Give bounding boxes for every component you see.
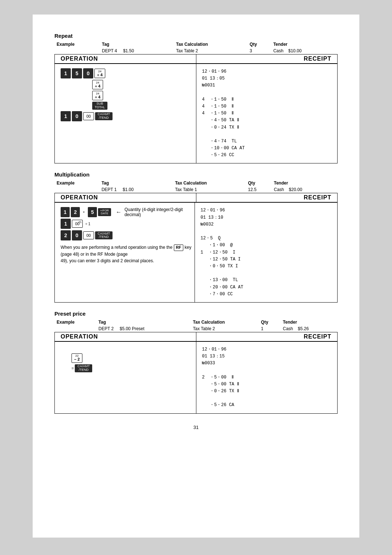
preset-col-qty: Qty (259, 319, 281, 325)
multiplication-op-receipt-box: OPERATION RECEIPT 1 2 · 5 ×/FORDATE ← Qu… (54, 193, 338, 302)
key-m2: 2 (71, 207, 80, 217)
key-subtotal: SUBTOTAL (92, 102, 107, 110)
repeat-col-tender: Tender (271, 41, 338, 48)
multiplication-operation-panel: 1 2 · 5 ×/FORDATE ← Quantity (4-digit in… (55, 203, 195, 302)
preset-operation-panel: 22 – 2 = CA/AMT/TEND (55, 342, 196, 413)
key-mdot: · (81, 207, 87, 217)
mult-col-tax: Tax Calculation (173, 180, 246, 186)
multiplication-receipt-panel: 12・01・96 01 13：10 №0032 12・5 Q ・1・00 @ 1… (195, 203, 338, 302)
mult-col-tender: Tender (272, 180, 338, 186)
mult-arrow-note: ← Quantity (4-digit integer/2-digit deci… (116, 207, 192, 217)
key-m5: 5 (88, 207, 97, 217)
key-dept4-1: 24 ÷ 4 (94, 69, 105, 78)
key-ca-amt-tend: CA/AMT/TEND (95, 112, 113, 120)
mult-note-block: When you are performing a refund operati… (61, 244, 192, 264)
mult-keys-row2: 1 00 21 ÷ 1 (61, 219, 192, 229)
mult-note2: When you are performing a refund operati… (61, 245, 165, 250)
preset-keys-row1: 22 – 2 (72, 353, 190, 363)
mult-operation-header: OPERATION (55, 193, 196, 202)
preset-col-tax: Tax Calculation (191, 319, 259, 325)
preset-keys-row2: = CA/AMT/TEND (72, 364, 190, 372)
repeat-keys-row2: 24 ÷ 4 (92, 80, 190, 89)
mult-note4: 49), you can enter 3 digits and 2 decima… (61, 258, 154, 263)
repeat-title: Repeat (54, 33, 338, 39)
key-m00: 00 21 (72, 220, 83, 228)
key-m0b: 0 (72, 230, 82, 240)
preset-receipt-content: 12・01・96 01 13：15 №0033 2 ・5・00 Ⅱ ・5・00 … (202, 346, 332, 409)
preset-op-receipt-box: OPERATION RECEIPT 22 – 2 = CA/AMT/TEND (54, 332, 338, 414)
preset-dept: DEPT 2 $5.00 Preset (96, 325, 191, 332)
mult-col-qty: Qty (246, 180, 271, 186)
key-00: 00 (83, 112, 94, 120)
multiplication-example-table: Example Tag Tax Calculation Qty Tender D… (54, 180, 338, 193)
preset-example-table: Example Tag Tax Calculation Qty Tender D… (54, 319, 338, 332)
key-m2b: 2 (61, 230, 71, 240)
mult-note1: Quantity (4-digit integer/2-digit decima… (124, 207, 192, 217)
repeat-receipt-panel: 12・01・96 01 13：05 №0031 4 ・1・50 Ⅱ 4 ・1・5… (196, 64, 338, 163)
repeat-keys-row5: 1 0 00 CA/AMT/TEND (61, 111, 190, 121)
key-dept4-2: 24 ÷ 4 (92, 80, 103, 89)
repeat-keys-row3: 24 ÷ 4 (92, 91, 190, 100)
page-number: 31 (54, 425, 338, 430)
preset-price-title: Preset price (54, 311, 338, 317)
repeat-col-qty: Qty (248, 41, 271, 48)
key-m-ca-amt-tend: CA/AMT/TEND (95, 231, 113, 239)
preset-col-tag: Tag (96, 319, 191, 325)
repeat-example-table: Example Tag Tax Calculation Qty Tender D… (54, 41, 338, 54)
key-dept4-3: 24 ÷ 4 (92, 91, 103, 100)
preset-tax: Tax Table 2 (191, 325, 259, 332)
repeat-example-label: Example (54, 41, 100, 48)
key-x-for: ×/FORDATE (98, 208, 111, 216)
mult-keys-row1: 1 2 · 5 ×/FORDATE ← Quantity (4-digit in… (61, 207, 192, 217)
repeat-keys-row1: 1 5 0 24 ÷ 4 (61, 68, 190, 78)
preset-operation-header: OPERATION (55, 332, 196, 341)
mult-qty: 12.5 (246, 186, 271, 193)
mult-keys-row3: 2 0 00 CA/AMT/TEND (61, 230, 192, 240)
repeat-qty: 3 (248, 48, 271, 54)
repeat-receipt-content: 12・01・96 01 13：05 №0031 4 ・1・50 Ⅱ 4 ・1・5… (202, 68, 332, 159)
repeat-dept: DEPT 4 $1.50 (100, 48, 174, 54)
rf-key: RF (174, 244, 184, 251)
preset-col-tender: Tender (281, 319, 338, 325)
repeat-tender: Cash $10.00 (271, 48, 338, 54)
mult-receipt-header: RECEIPT (196, 193, 338, 202)
key-1b: 1 (61, 111, 71, 121)
key-m1b: 1 (61, 219, 71, 229)
multiplication-title: Multiplication (54, 171, 338, 178)
key-dept2: 22 – 2 (72, 353, 82, 363)
key-m1: 1 (61, 207, 70, 217)
repeat-tax: Tax Table 2 (174, 48, 248, 54)
mult-col-tag: Tag (99, 180, 173, 186)
page: Repeat Example Tag Tax Calculation Qty T… (33, 15, 359, 538)
preset-tender: Cash $5.26 (281, 325, 338, 332)
repeat-keys-row4: SUBTOTAL (92, 102, 190, 110)
repeat-operation-header: OPERATION (55, 54, 196, 63)
mult-tax: Tax Table 1 (173, 186, 246, 193)
preset-qty: 1 (259, 325, 281, 332)
repeat-op-receipt-box: OPERATION RECEIPT 1 5 0 24 ÷ 4 (54, 54, 338, 163)
preset-receipt-panel: 12・01・96 01 13：15 №0033 2 ・5・00 Ⅱ ・5・00 … (196, 342, 338, 413)
key-0: 0 (83, 68, 93, 78)
repeat-col-tax: Tax Calculation (174, 41, 248, 48)
mult-tender: Cash $20.00 (272, 186, 338, 193)
key-5: 5 (72, 68, 82, 78)
key-0b: 0 (72, 111, 82, 121)
mult-dept: DEPT 1 $1.00 (99, 186, 173, 193)
repeat-receipt-header: RECEIPT (196, 54, 338, 63)
key-m00b: 00 (83, 231, 94, 239)
key-1: 1 (61, 68, 71, 78)
repeat-col-tag: Tag (100, 41, 174, 48)
preset-receipt-header: RECEIPT (196, 332, 338, 341)
multiplication-example-label: Example (54, 180, 99, 186)
key-preset-ca-amt-tend: CA/AMT/TEND (75, 364, 92, 372)
mult-receipt-content: 12・01・96 01 13：10 №0032 12・5 Q ・1・00 @ 1… (201, 207, 332, 297)
repeat-operation-panel: 1 5 0 24 ÷ 4 24 ÷ 4 (55, 64, 196, 163)
preset-example-label: Example (54, 319, 96, 325)
